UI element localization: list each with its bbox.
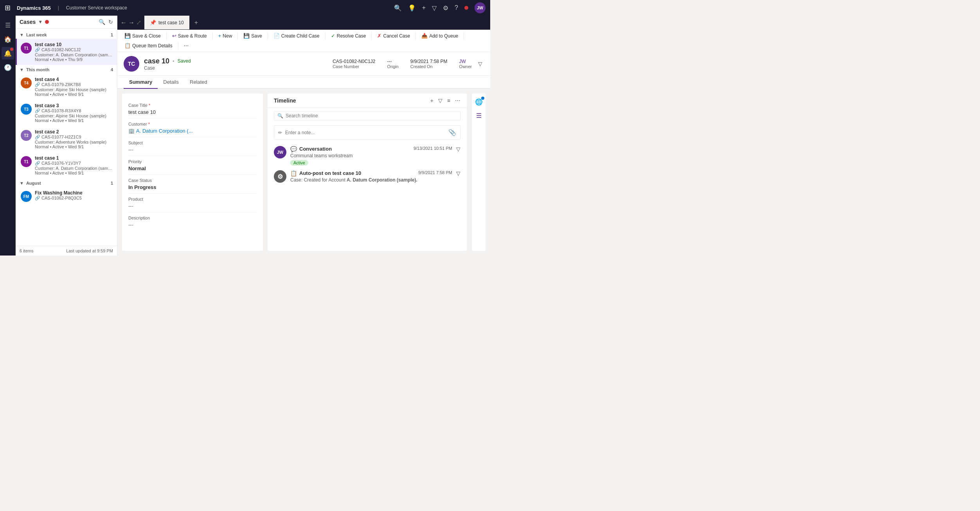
section-august[interactable]: ▼ August 1 [16,178,117,187]
content-area: ← → ⤢ 📌 test case 10 + 💾 Save & Close ↩ … [117,16,490,256]
case-name-3: test case 3 [35,103,113,108]
more-actions-button[interactable]: ⋯ [181,41,192,50]
case-id-4: 🔗 CAS-01079-Z8K7B8 [35,82,113,87]
cases-header: Cases ▼ 🔍 ↻ [16,16,117,29]
help-icon[interactable]: ? [455,4,458,11]
field-priority: Priority Normal [128,156,257,175]
nav-arrows: ← → ⤢ [117,16,144,29]
cancel-case-button[interactable]: ✗ Cancel Case [374,31,413,40]
expand-icon[interactable]: ⤢ [136,19,141,26]
search-icon[interactable]: 🔍 [394,4,402,12]
timeline-avatar-system: ⚙ [274,170,286,183]
timeline-panel: Timeline + ▽ ≡ ⋯ 🔍 ✏ 📎 [268,94,467,251]
save-close-button[interactable]: 💾 Save & Close [121,31,164,40]
save-button[interactable]: 💾 Save [240,31,265,40]
case-item-10[interactable]: T1 test case 10 🔗 CAS-01082-N0C1J2 Custo… [16,39,117,65]
field-priority-value[interactable]: Normal [128,166,257,171]
right-sidebar-globe-icon[interactable]: 🌐 [473,97,484,107]
sidebar-recent-icon[interactable]: 🕐 [2,61,14,74]
sidebar-home-icon[interactable]: 🏠 [2,33,14,45]
sidebar-notification-icon[interactable]: 🔔 [2,47,14,59]
field-case-status-value[interactable]: In Progress [128,184,257,190]
case-item-2[interactable]: T2 test case 2 🔗 CAS-01077-H2Z1C9 Custom… [16,126,117,152]
case-status-10: Normal • Active • Thu 9/9 [35,57,113,62]
settings-icon[interactable]: ⚙ [443,4,448,12]
timeline-note-input[interactable] [285,130,445,135]
save-icon: 💾 [243,33,250,39]
app-grid-icon[interactable]: ⊞ [5,4,11,12]
new-button[interactable]: + New [215,31,236,40]
add-icon[interactable]: + [422,4,426,11]
timeline-view-icon[interactable]: ≡ [447,97,450,104]
lightbulb-icon[interactable]: 💡 [408,4,416,12]
case-item-3[interactable]: T3 test case 3 🔗 CAS-01078-R3X4Y8 Custom… [16,100,117,126]
case-customer-10: Customer: A. Datum Corporation (sampl... [35,52,113,57]
cases-title[interactable]: Cases [20,19,36,25]
origin-value: --- [387,59,399,64]
section-count-aug: 1 [111,181,113,185]
tab-details[interactable]: Details [158,76,184,89]
case-item-fix[interactable]: FM Fix Washing Machine 🔗 CAS-01062-P8Q3C… [16,187,117,205]
cases-count: 6 items [20,248,33,253]
section-last-week[interactable]: ▼ Last week 1 [16,30,117,39]
case-info-fix: Fix Washing Machine 🔗 CAS-01062-P8Q3C5 [35,190,113,201]
resolve-case-button[interactable]: ✓ Resolve Case [328,31,369,40]
timeline-conversation-expand-icon[interactable]: ▽ [456,146,460,152]
timeline-more-icon[interactable]: ⋯ [455,97,460,104]
meta-created-on: 9/9/2021 7:58 PM Created On [410,59,448,69]
field-case-title: Case Title * test case 10 [128,100,257,119]
case-name-4: test case 4 [35,77,113,82]
cases-search-icon[interactable]: 🔍 [99,19,105,25]
record-header-expand-icon[interactable]: ▽ [477,59,484,68]
timeline-note[interactable]: ✏ 📎 [274,125,460,140]
timeline-autopost-expand-icon[interactable]: ▽ [456,170,460,176]
back-arrow-icon[interactable]: ← [120,19,127,26]
workspace-label: Customer Service workspace [66,5,127,11]
sidebar-menu-icon[interactable]: ☰ [2,19,14,31]
conversation-icon: 💬 [290,146,297,152]
new-label: New [223,33,232,39]
timeline-search[interactable]: 🔍 [274,111,460,121]
right-sidebar-list-icon[interactable]: ☰ [475,110,483,121]
case-name-10: test case 10 [35,42,113,47]
timeline-filter-icon[interactable]: ▽ [438,97,442,104]
owner-value[interactable]: JW [459,59,472,64]
create-child-button[interactable]: 📄 Create Child Case [270,31,323,40]
queue-details-button[interactable]: 📋 Queue Item Details [121,41,176,50]
case-info-2: test case 2 🔗 CAS-01077-H2Z1C9 Customer:… [35,129,113,149]
field-description-label: Description [128,216,257,220]
required-asterisk: * [149,103,150,108]
cases-list: ▼ Last week 1 T1 test case 10 🔗 CAS-0108… [16,29,117,246]
cases-dropdown-icon[interactable]: ▼ [38,19,43,25]
user-avatar[interactable]: JW [475,2,486,13]
add-to-queue-button[interactable]: 📥 Add to Queue [418,31,461,40]
meta-case-number: CAS-01082-N0C1J2 Case Number [333,59,375,69]
filter-icon[interactable]: ▽ [432,4,437,12]
timeline-autopost-content: 📋 Auto-post on test case 10 9/9/2021 7:5… [290,170,460,183]
case-item-4[interactable]: T4 test case 4 🔗 CAS-01079-Z8K7B8 Custom… [16,74,117,100]
notification-badge [10,48,13,51]
case-item-1[interactable]: T1 test case 1 🔗 CAS-01076-Y1V3Y7 Custom… [16,152,117,178]
paperclip-icon[interactable]: 📎 [448,129,456,136]
tab-label: test case 10 [158,20,184,25]
status-indicator [464,6,468,10]
tab-case-10[interactable]: 📌 test case 10 [144,16,190,29]
tab-summary[interactable]: Summary [124,76,158,89]
meta-owner: JW Owner [459,59,472,69]
field-customer-value[interactable]: 🏢 A. Datum Corporation (... [128,128,257,134]
field-product: Product --- [128,194,257,212]
section-this-month[interactable]: ▼ This month 4 [16,65,117,74]
forward-arrow-icon[interactable]: → [128,19,135,26]
cases-refresh-icon[interactable]: ↻ [108,19,113,25]
timeline-add-icon[interactable]: + [430,97,433,104]
timeline-conversation-date: 9/13/2021 10:51 PM [414,146,452,151]
field-description: Description --- [128,212,257,231]
tab-add-button[interactable]: + [190,16,203,29]
save-route-button[interactable]: ↩ Save & Route [169,31,210,40]
main-layout: ☰ 🏠 🔔 🕐 Cases ▼ 🔍 ↻ ▼ Last week 1 [0,16,490,256]
case-name-2: test case 2 [35,129,113,135]
tab-related[interactable]: Related [184,76,213,89]
timeline-header-actions: + ▽ ≡ ⋯ [430,97,460,104]
field-case-title-value[interactable]: test case 10 [128,109,257,115]
timeline-search-input[interactable] [286,113,457,119]
